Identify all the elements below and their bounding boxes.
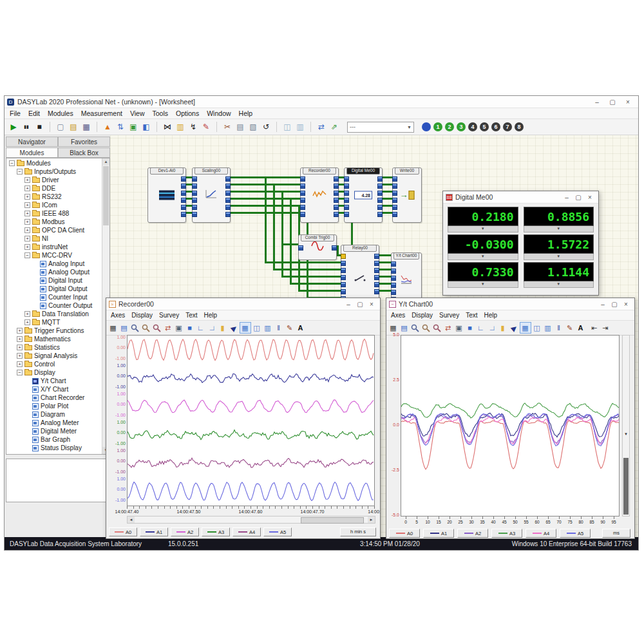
- expand-icon[interactable]: +: [24, 244, 30, 250]
- menu-item-help[interactable]: Help: [201, 312, 221, 319]
- expand-icon[interactable]: +: [24, 227, 30, 233]
- close-button[interactable]: ×: [620, 97, 636, 107]
- tab-black-box[interactable]: Black Box: [58, 147, 110, 158]
- tree-item-instrunet[interactable]: +instruNet: [6, 243, 102, 251]
- page-5-button[interactable]: 5: [480, 122, 489, 131]
- expand-icon[interactable]: +: [17, 328, 23, 334]
- legend-a5[interactable]: A5: [560, 529, 591, 538]
- menu-item-view[interactable]: View: [126, 109, 149, 117]
- tree-scroll-thumb[interactable]: [103, 166, 109, 225]
- expand-icon[interactable]: +: [24, 177, 30, 183]
- tree-item-driver[interactable]: +Driver: [6, 176, 102, 184]
- rec-font-icon[interactable]: A: [296, 323, 306, 333]
- rec-cursor-arrow-icon[interactable]: ▶: [226, 321, 241, 336]
- tree-item-counter-output[interactable]: Counter Output: [6, 301, 102, 310]
- legend-a3[interactable]: A3: [202, 527, 230, 536]
- tree-item-mqtt[interactable]: +MQTT: [6, 318, 102, 327]
- edit-pen-icon[interactable]: ✎: [200, 121, 212, 133]
- tree-item-opc-da-client[interactable]: +OPC DA Client: [6, 226, 102, 234]
- tree-item-ieee-488[interactable]: +IEEE 488: [6, 209, 102, 218]
- menu-item-text[interactable]: Text: [462, 312, 480, 319]
- legend-a2[interactable]: A2: [457, 529, 488, 538]
- save-worksheet-icon[interactable]: ▦: [80, 121, 92, 133]
- rec-layout-rows-icon[interactable]: ▥: [263, 323, 273, 333]
- yt-compress-right-icon[interactable]: ⇥: [600, 323, 611, 333]
- maximize-button[interactable]: ▢: [605, 97, 620, 107]
- legend-a5[interactable]: A5: [263, 527, 292, 536]
- start-icon[interactable]: ▶: [8, 121, 19, 133]
- menu-item-help[interactable]: Help: [481, 312, 501, 319]
- maximize-button[interactable]: ▢: [573, 193, 584, 202]
- rec-cursor-box-icon[interactable]: ▮: [218, 323, 228, 333]
- close-button[interactable]: ×: [620, 299, 632, 309]
- close-button[interactable]: ×: [584, 193, 596, 202]
- page-7-button[interactable]: 7: [503, 122, 512, 131]
- recorder-time-unit-button[interactable]: h min s: [340, 527, 376, 536]
- pause-icon[interactable]: ▮▮: [21, 121, 32, 133]
- tree-item-modbus[interactable]: +Modbus: [6, 218, 102, 226]
- rec-display-table-icon[interactable]: ▤: [399, 323, 410, 333]
- menu-item-display[interactable]: Display: [128, 312, 156, 319]
- digital-value-dropdown[interactable]: ▼: [448, 254, 518, 260]
- copy-icon[interactable]: ▤: [234, 121, 246, 133]
- tree-item-inputs-outputs[interactable]: −Inputs/Outputs: [6, 167, 102, 176]
- page-3-button[interactable]: 3: [457, 122, 466, 131]
- rec-scroll-mode-icon[interactable]: ⇄: [163, 323, 173, 333]
- tree-item-counter-input[interactable]: Counter Input: [6, 293, 102, 301]
- close-button[interactable]: ×: [366, 299, 377, 309]
- menu-item-file[interactable]: File: [6, 109, 24, 117]
- open-worksheet-icon[interactable]: ▤: [68, 121, 79, 133]
- menu-item-survey[interactable]: Survey: [436, 312, 462, 319]
- digital-value-dropdown[interactable]: ▼: [524, 226, 594, 232]
- tree-item-control[interactable]: +Control: [6, 360, 102, 368]
- collapse-icon[interactable]: −: [17, 169, 23, 175]
- tree-item-diagram[interactable]: Diagram: [6, 410, 102, 419]
- display-arrangement-icon[interactable]: ▣: [128, 121, 139, 133]
- page-6-button[interactable]: 6: [491, 122, 500, 131]
- digital-value-dropdown[interactable]: ▼: [448, 226, 518, 232]
- digital-value-dropdown[interactable]: ▼: [524, 254, 594, 260]
- page-2-button[interactable]: 2: [445, 122, 454, 131]
- menu-item-modules[interactable]: Modules: [44, 109, 77, 117]
- recorder-window[interactable]: ≈ Recorder00 – ▢ × AxesDisplaySurveyText…: [106, 298, 381, 539]
- tree-item-data-translation[interactable]: +Data Translation: [6, 310, 102, 318]
- collapse-icon[interactable]: −: [17, 370, 23, 375]
- yt-unit-button[interactable]: ms: [602, 529, 630, 538]
- rec-colors-brush-icon[interactable]: ✎: [285, 323, 295, 333]
- tree-item-digital-output[interactable]: Digital Output: [6, 285, 102, 293]
- tree-item-x-y-chart[interactable]: X/Y Chart: [6, 385, 102, 393]
- rec-layout-split-icon[interactable]: ◫: [532, 323, 542, 333]
- tree-item-modules[interactable]: −Modules: [6, 159, 102, 167]
- tree-item-digital-meter[interactable]: Digital Meter: [6, 427, 102, 435]
- expand-icon[interactable]: +: [17, 345, 23, 350]
- digital-meter-window[interactable]: 88 Digital Me00 – ▢ × 0.2180▼0.8856▼-0.0…: [442, 191, 599, 296]
- minimize-button[interactable]: –: [561, 193, 573, 202]
- legend-a0[interactable]: A0: [109, 527, 137, 536]
- menu-item-edit[interactable]: Edit: [24, 109, 44, 117]
- new-worksheet-icon[interactable]: ▢: [55, 121, 66, 133]
- legend-a4[interactable]: A4: [232, 527, 261, 536]
- page-globe-button[interactable]: [422, 122, 431, 131]
- expand-icon[interactable]: +: [24, 202, 30, 208]
- legend-a1[interactable]: A1: [423, 529, 454, 538]
- tree-item-polar-plot[interactable]: Polar Plot: [6, 402, 102, 410]
- tree-item-chart-recorder[interactable]: Chart Recorder: [6, 393, 102, 402]
- expand-icon[interactable]: +: [24, 236, 30, 242]
- rec-zoom-edit-icon[interactable]: [152, 323, 162, 333]
- module-block-scaling00[interactable]: Scaling00: [192, 167, 231, 223]
- yt-v-scrollbar[interactable]: ▼: [622, 335, 630, 516]
- yt-compress-left-icon[interactable]: ⇤: [589, 323, 600, 333]
- tile-windows-icon[interactable]: ▥: [294, 121, 306, 133]
- rec-scale-bars-icon[interactable]: ‖: [554, 323, 564, 333]
- minimize-button[interactable]: –: [589, 97, 605, 107]
- rec-zoom-in-icon[interactable]: [130, 323, 140, 333]
- scroll-up-icon[interactable]: ▲: [102, 158, 109, 166]
- tree-item-trigger-functions[interactable]: +Trigger Functions: [6, 327, 102, 335]
- module-block-digital-meter[interactable]: Digital Me00 4.28: [344, 167, 383, 223]
- tree-item-analog-output[interactable]: Analog Output: [6, 268, 102, 276]
- maximize-button[interactable]: ▢: [354, 299, 366, 309]
- expand-icon[interactable]: +: [24, 194, 30, 200]
- module-block-combi-trigger[interactable]: Combi Trig00: [298, 234, 337, 260]
- tree-item-mcc-drv[interactable]: −MCC-DRV: [6, 251, 102, 260]
- rec-freeze-icon[interactable]: ■: [465, 323, 475, 333]
